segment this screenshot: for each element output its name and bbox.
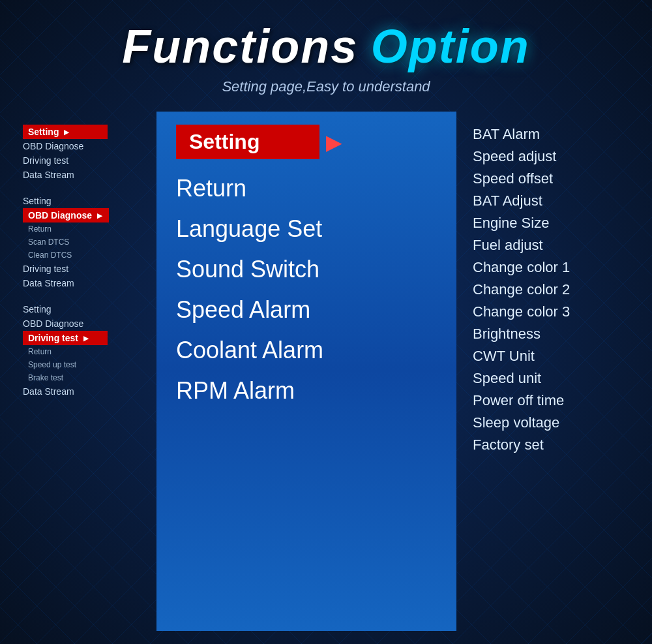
center-header: Setting ▶ (176, 125, 437, 159)
left-item-driving-3[interactable]: Driving test (23, 331, 108, 345)
right-item-cwt-unit[interactable]: CWT Unit (473, 346, 623, 366)
right-item-bat-adjust[interactable]: BAT Adjust (473, 191, 623, 211)
right-item-brightness[interactable]: Brightness (473, 324, 623, 344)
left-item-driving-1[interactable]: Driving test (23, 153, 147, 168)
left-item-data-1[interactable]: Data Stream (23, 168, 147, 182)
subtitle: Setting page,Easy to understand (13, 78, 639, 95)
left-item-data-3[interactable]: Data Stream (23, 384, 147, 399)
left-item-scan-2[interactable]: Scan DTCS (23, 236, 147, 249)
right-item-bat-alarm[interactable]: BAT Alarm (473, 125, 623, 144)
right-item-change-color-3[interactable]: Change color 3 (473, 302, 623, 322)
left-item-obd-2[interactable]: OBD Diagnose (23, 208, 109, 222)
title-functions: Functions (122, 20, 358, 72)
center-item-sound[interactable]: Sound Switch (176, 252, 437, 287)
right-item-change-color-2[interactable]: Change color 2 (473, 280, 623, 299)
right-item-speed-offset[interactable]: Speed offset (473, 169, 623, 189)
left-item-setting-2[interactable]: Setting (23, 194, 147, 208)
center-item-speed-alarm[interactable]: Speed Alarm (176, 292, 437, 328)
header: Functions Option Setting page,Easy to un… (0, 0, 652, 105)
left-item-brake-3[interactable]: Brake test (23, 371, 147, 384)
left-item-driving-2[interactable]: Driving test (23, 262, 147, 276)
right-item-engine-size[interactable]: Engine Size (473, 213, 623, 233)
left-group-3: Setting OBD Diagnose Driving test Return… (23, 302, 147, 399)
left-item-setting-3[interactable]: Setting (23, 302, 147, 316)
center-item-coolant[interactable]: Coolant Alarm (176, 333, 437, 368)
left-item-obd-1[interactable]: OBD Diagnose (23, 139, 147, 153)
title-option: Option (371, 20, 530, 72)
left-item-obd-3[interactable]: OBD Diagnose (23, 316, 147, 331)
center-panel: Setting ▶ Return Language Set Sound Swit… (156, 112, 456, 631)
left-item-data-2[interactable]: Data Stream (23, 276, 147, 290)
center-setting-label[interactable]: Setting (176, 125, 319, 159)
main-content: Setting OBD Diagnose Driving test Data S… (0, 105, 652, 644)
left-item-setting-1[interactable]: Setting (23, 125, 108, 139)
center-item-rpm[interactable]: RPM Alarm (176, 373, 437, 408)
left-panel: Setting OBD Diagnose Driving test Data S… (13, 112, 156, 631)
right-item-speed-unit[interactable]: Speed unit (473, 369, 623, 388)
left-item-return-2[interactable]: Return (23, 222, 147, 236)
right-item-factory-set[interactable]: Factory set (473, 435, 623, 455)
right-item-power-off[interactable]: Power off time (473, 391, 623, 410)
center-item-return[interactable]: Return (176, 171, 437, 206)
left-group-1: Setting OBD Diagnose Driving test Data S… (23, 125, 147, 182)
left-group-2: Setting OBD Diagnose Return Scan DTCS Cl… (23, 194, 147, 290)
left-item-speedup-3[interactable]: Speed up test (23, 358, 147, 371)
center-item-language[interactable]: Language Set (176, 211, 437, 247)
right-item-speed-adjust[interactable]: Speed adjust (473, 147, 623, 166)
right-panel: BAT Alarm Speed adjust Speed offset BAT … (456, 112, 639, 631)
left-item-clean-2[interactable]: Clean DTCS (23, 249, 147, 262)
right-item-sleep-voltage[interactable]: Sleep voltage (473, 413, 623, 433)
right-item-fuel-adjust[interactable]: Fuel adjust (473, 236, 623, 255)
center-arrow-icon: ▶ (326, 130, 342, 155)
left-item-return-3[interactable]: Return (23, 345, 147, 358)
right-item-change-color-1[interactable]: Change color 1 (473, 258, 623, 277)
